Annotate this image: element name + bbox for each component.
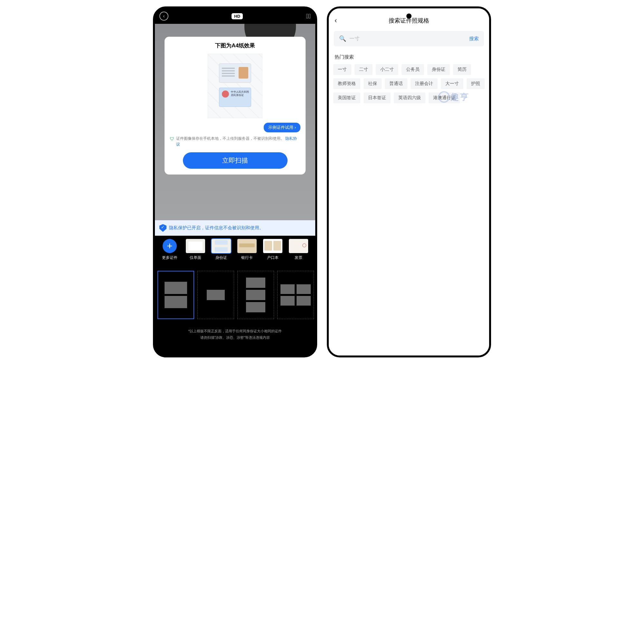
doc-type-label: 户口本 bbox=[260, 255, 285, 260]
doc-thumb-plus-icon: + bbox=[163, 239, 177, 253]
page-title: 搜索证件照规格 bbox=[389, 17, 429, 24]
chip[interactable]: 一寸 bbox=[333, 64, 351, 75]
footer-line-2: 请勿扫描"涉政、涉恐、涉密"等违法违规内容 bbox=[158, 335, 312, 341]
doc-type-plus[interactable]: +更多证件 bbox=[157, 239, 182, 260]
layout-block bbox=[246, 278, 265, 288]
hot-search-chips: 趣亨 一寸二寸小二寸公务员身份证简历教师资格社保普通话注册会计大一寸护照美国签证… bbox=[329, 64, 489, 103]
shield-check-icon: 🛡 bbox=[170, 136, 174, 147]
chip[interactable]: 护照 bbox=[467, 78, 485, 89]
privacy-note: 🛡 证件图像保存在手机本地，不上传到服务器，不被识别和使用。 隐私协议 bbox=[170, 132, 300, 147]
chip[interactable]: 二寸 bbox=[355, 64, 373, 75]
left-phone-frame: ‹ HD ⚡⃠ 下图为A4纸效果 示例证件试用 🛡 证件图像保 bbox=[153, 6, 317, 357]
chip[interactable]: 社保 bbox=[364, 78, 382, 89]
scan-now-button[interactable]: 立即扫描 bbox=[183, 152, 288, 169]
try-sample-button[interactable]: 示例证件试用 bbox=[264, 123, 300, 132]
id-card-back-preview bbox=[219, 88, 251, 107]
chip[interactable]: 大一寸 bbox=[441, 78, 463, 89]
layout-option-1[interactable] bbox=[157, 271, 194, 319]
layout-block bbox=[280, 284, 295, 294]
id-card-front-preview bbox=[219, 63, 251, 83]
doc-type-idcard[interactable]: 身份证 bbox=[209, 239, 233, 260]
chip[interactable]: 日本签证 bbox=[364, 92, 391, 103]
hd-toggle[interactable]: HD bbox=[232, 13, 243, 19]
layout-block bbox=[207, 290, 225, 300]
chip[interactable]: 身份证 bbox=[427, 64, 450, 75]
doc-type-label: 发票 bbox=[286, 255, 311, 260]
doc-thumb-hukou-icon bbox=[263, 239, 282, 253]
doc-type-label: 银行卡 bbox=[235, 255, 259, 260]
doc-type-single[interactable]: 仅单面 bbox=[183, 239, 208, 260]
privacy-banner: 隐私保护已开启，证件信息不会被识别和使用。 bbox=[155, 220, 315, 236]
chip[interactable]: 小二寸 bbox=[376, 64, 398, 75]
doc-type-bank[interactable]: 银行卡 bbox=[235, 239, 259, 260]
hot-search-heading: 热门搜索 bbox=[329, 54, 489, 60]
sample-dialog: 下图为A4纸效果 示例证件试用 🛡 证件图像保存在手机本地，不上传到服务器，不被… bbox=[165, 37, 306, 175]
search-topbar: ‹ 搜索证件照规格 bbox=[329, 8, 489, 30]
flash-off-icon[interactable]: ⚡⃠ bbox=[306, 13, 311, 20]
back-button[interactable]: ‹ bbox=[159, 12, 168, 21]
chip[interactable]: 注册会计 bbox=[411, 78, 438, 89]
layout-block bbox=[246, 290, 265, 300]
chip[interactable]: 教师资格 bbox=[333, 78, 360, 89]
layout-block bbox=[165, 296, 187, 308]
doc-type-label: 更多证件 bbox=[157, 255, 182, 260]
doc-thumb-invoice-icon bbox=[289, 239, 308, 253]
privacy-text: 证件图像保存在手机本地，不上传到服务器，不被识别和使用。 bbox=[176, 136, 284, 141]
layout-option-2[interactable] bbox=[197, 271, 234, 319]
doc-type-invoice[interactable]: 发票 bbox=[286, 239, 311, 260]
chip[interactable]: 简历 bbox=[453, 64, 471, 75]
search-icon: 🔍 bbox=[339, 35, 346, 42]
layout-block bbox=[246, 302, 265, 312]
privacy-banner-text: 隐私保护已开启，证件信息不会被识别和使用。 bbox=[169, 225, 264, 231]
chip[interactable]: 普通话 bbox=[385, 78, 407, 89]
shield-icon bbox=[159, 224, 166, 232]
chip[interactable]: 公务员 bbox=[402, 64, 424, 75]
a4-preview bbox=[208, 54, 262, 118]
camera-viewfinder: 下图为A4纸效果 示例证件试用 🛡 证件图像保存在手机本地，不上传到服务器，不被… bbox=[155, 24, 315, 220]
dialog-title: 下图为A4纸效果 bbox=[170, 42, 300, 49]
scanner-topbar: ‹ HD ⚡⃠ bbox=[155, 8, 315, 24]
chip[interactable]: 美国签证 bbox=[333, 92, 360, 103]
search-input[interactable]: 一寸 bbox=[349, 35, 466, 42]
doc-thumb-bank-icon bbox=[237, 239, 257, 253]
doc-type-label: 身份证 bbox=[209, 255, 233, 260]
watermark: 趣亨 bbox=[438, 91, 470, 103]
layout-template-strip[interactable] bbox=[155, 262, 315, 322]
doc-type-label: 仅单面 bbox=[183, 255, 208, 260]
doc-type-hukou[interactable]: 户口本 bbox=[260, 239, 285, 260]
doc-thumb-idcard-icon bbox=[212, 239, 231, 253]
right-phone-frame: ‹ 搜索证件照规格 🔍 一寸 搜索 热门搜索 趣亨 一寸二寸小二寸公务员身份证简… bbox=[327, 6, 491, 357]
layout-block bbox=[297, 284, 311, 294]
layout-option-3[interactable] bbox=[237, 271, 274, 319]
layout-block bbox=[165, 282, 187, 294]
chip[interactable]: 英语四六级 bbox=[394, 92, 425, 103]
search-app: ‹ 搜索证件照规格 🔍 一寸 搜索 热门搜索 趣亨 一寸二寸小二寸公务员身份证简… bbox=[329, 8, 489, 355]
footer-note: *以上模版不限正反面，适用于任何同身份证大小相同的证件 请勿扫描"涉政、涉恐、涉… bbox=[155, 322, 315, 355]
back-button[interactable]: ‹ bbox=[335, 16, 337, 25]
document-type-strip[interactable]: +更多证件仅单面身份证银行卡户口本发票 bbox=[155, 236, 315, 262]
search-bar[interactable]: 🔍 一寸 搜索 bbox=[334, 31, 484, 46]
scanner-app: ‹ HD ⚡⃠ 下图为A4纸效果 示例证件试用 🛡 证件图像保 bbox=[155, 8, 315, 355]
layout-block bbox=[297, 296, 311, 306]
layout-option-4[interactable] bbox=[277, 271, 314, 319]
search-submit-button[interactable]: 搜索 bbox=[469, 36, 479, 42]
doc-thumb-single-icon bbox=[186, 239, 205, 253]
footer-line-1: *以上模版不限正反面，适用于任何同身份证大小相同的证件 bbox=[158, 328, 312, 335]
layout-block bbox=[280, 296, 295, 306]
